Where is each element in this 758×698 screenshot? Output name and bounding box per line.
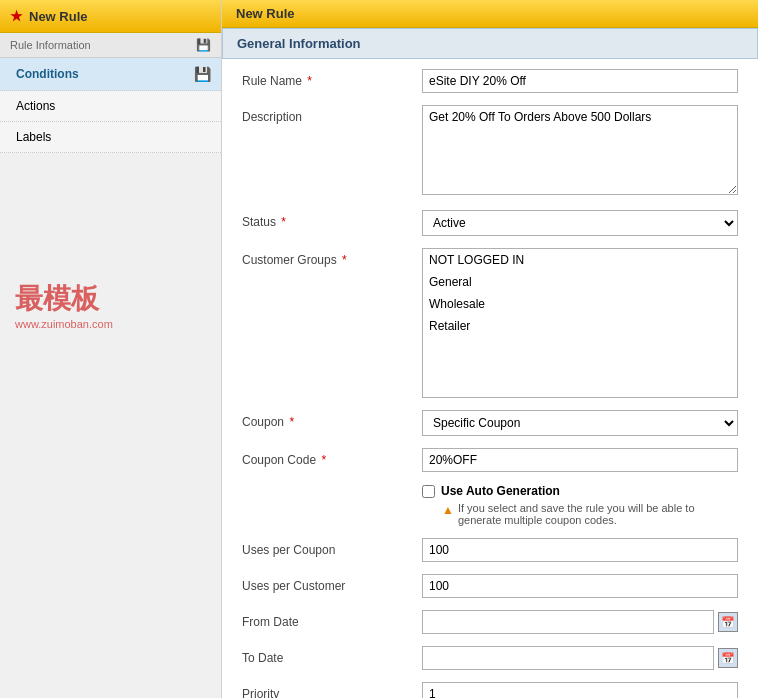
priority-row: Priority <box>242 682 738 698</box>
status-select[interactable]: Active Inactive <box>422 210 738 236</box>
coupon-control: Specific Coupon No Coupon Auto <box>422 410 738 436</box>
general-info-header: General Information <box>222 28 758 59</box>
uses-per-customer-control <box>422 574 738 598</box>
watermark: 最模板 www.zuimoban.com <box>15 280 113 330</box>
uses-per-customer-input[interactable] <box>422 574 738 598</box>
sidebar-sub-label: Rule Information <box>10 39 91 51</box>
from-date-label: From Date <box>242 610 422 629</box>
coupon-label: Coupon * <box>242 410 422 429</box>
to-date-row: To Date 📅 <box>242 646 738 670</box>
status-row: Status * Active Inactive <box>242 210 738 236</box>
description-label: Description <box>242 105 422 124</box>
rule-name-row: Rule Name * <box>242 69 738 93</box>
sidebar-item-labels[interactable]: Labels <box>0 122 221 153</box>
uses-per-customer-label: Uses per Customer <box>242 574 422 593</box>
status-control: Active Inactive <box>422 210 738 236</box>
from-date-control: 📅 <box>422 610 738 634</box>
coupon-code-input[interactable] <box>422 448 738 472</box>
sidebar: ★ New Rule Rule Information 💾 Conditions… <box>0 0 222 698</box>
star-icon: ★ <box>10 8 23 24</box>
form-area: Rule Name * Description Status * <box>222 59 758 698</box>
to-date-input[interactable] <box>422 646 714 670</box>
cg-general[interactable]: General <box>423 271 737 293</box>
coupon-row: Coupon * Specific Coupon No Coupon Auto <box>242 410 738 436</box>
calendar-icon: 📅 <box>721 616 735 629</box>
coupon-code-row: Coupon Code * <box>242 448 738 472</box>
to-date-label: To Date <box>242 646 422 665</box>
uses-per-coupon-control <box>422 538 738 562</box>
uses-per-coupon-input[interactable] <box>422 538 738 562</box>
priority-label: Priority <box>242 682 422 698</box>
cg-wholesale[interactable]: Wholesale <box>423 293 737 315</box>
cg-required: * <box>339 253 347 267</box>
page-header: New Rule <box>222 0 758 28</box>
auto-gen-control: Use Auto Generation ▲ If you select and … <box>422 484 738 526</box>
page-header-label: New Rule <box>236 6 295 21</box>
sidebar-title-new-rule: ★ New Rule <box>0 0 221 33</box>
to-date-control: 📅 <box>422 646 738 670</box>
customer-groups-label: Customer Groups * <box>242 248 422 267</box>
coupon-required: * <box>286 415 294 429</box>
uses-per-customer-row: Uses per Customer <box>242 574 738 598</box>
sidebar-conditions-label: Conditions <box>16 67 79 81</box>
rule-name-control <box>422 69 738 93</box>
description-control <box>422 105 738 198</box>
sidebar-sub-save-icon: 💾 <box>196 38 211 52</box>
description-row: Description <box>242 105 738 198</box>
auto-gen-checkbox-label[interactable]: Use Auto Generation <box>441 484 560 498</box>
auto-gen-row: Use Auto Generation ▲ If you select and … <box>242 484 738 526</box>
sidebar-labels-label: Labels <box>16 130 51 144</box>
auto-gen-checkbox[interactable] <box>422 485 435 498</box>
uses-per-coupon-label: Uses per Coupon <box>242 538 422 557</box>
sidebar-conditions-save-icon: 💾 <box>194 66 211 82</box>
sidebar-item-conditions[interactable]: Conditions 💾 <box>0 58 221 91</box>
auto-gen-note: ▲ If you select and save the rule you wi… <box>442 502 738 526</box>
customer-groups-list[interactable]: NOT LOGGED IN General Wholesale Retailer <box>422 248 738 398</box>
cg-not-logged-in[interactable]: NOT LOGGED IN <box>423 249 737 271</box>
status-label: Status * <box>242 210 422 229</box>
from-date-row: From Date 📅 <box>242 610 738 634</box>
coupon-code-required: * <box>318 453 326 467</box>
main-content: New Rule General Information Rule Name *… <box>222 0 758 698</box>
priority-input[interactable] <box>422 682 738 698</box>
watermark-text-url: www.zuimoban.com <box>15 318 113 330</box>
auto-gen-note-text: If you select and save the rule you will… <box>458 502 738 526</box>
from-date-calendar-button[interactable]: 📅 <box>718 612 738 632</box>
sidebar-actions-label: Actions <box>16 99 55 113</box>
customer-groups-control: NOT LOGGED IN General Wholesale Retailer <box>422 248 738 398</box>
to-date-row-inner: 📅 <box>422 646 738 670</box>
customer-groups-row: Customer Groups * NOT LOGGED IN General … <box>242 248 738 398</box>
sidebar-title-label: New Rule <box>29 9 88 24</box>
priority-control <box>422 682 738 698</box>
sidebar-item-actions[interactable]: Actions <box>0 91 221 122</box>
to-date-calendar-button[interactable]: 📅 <box>718 648 738 668</box>
calendar-icon-2: 📅 <box>721 652 735 665</box>
cg-retailer[interactable]: Retailer <box>423 315 737 337</box>
coupon-select[interactable]: Specific Coupon No Coupon Auto <box>422 410 738 436</box>
auto-gen-checkbox-row: Use Auto Generation <box>422 484 738 498</box>
rule-name-input[interactable] <box>422 69 738 93</box>
coupon-code-label: Coupon Code * <box>242 448 422 467</box>
sidebar-sub-rule-info: Rule Information 💾 <box>0 33 221 58</box>
from-date-row-inner: 📅 <box>422 610 738 634</box>
uses-per-coupon-row: Uses per Coupon <box>242 538 738 562</box>
watermark-text-main: 最模板 <box>15 280 113 318</box>
status-required: * <box>278 215 286 229</box>
rule-name-label: Rule Name * <box>242 69 422 88</box>
from-date-input[interactable] <box>422 610 714 634</box>
auto-gen-label-empty <box>242 484 422 489</box>
rule-name-required: * <box>304 74 312 88</box>
warning-triangle-icon: ▲ <box>442 503 454 517</box>
description-input[interactable] <box>422 105 738 195</box>
coupon-code-control <box>422 448 738 472</box>
general-info-label: General Information <box>237 36 361 51</box>
